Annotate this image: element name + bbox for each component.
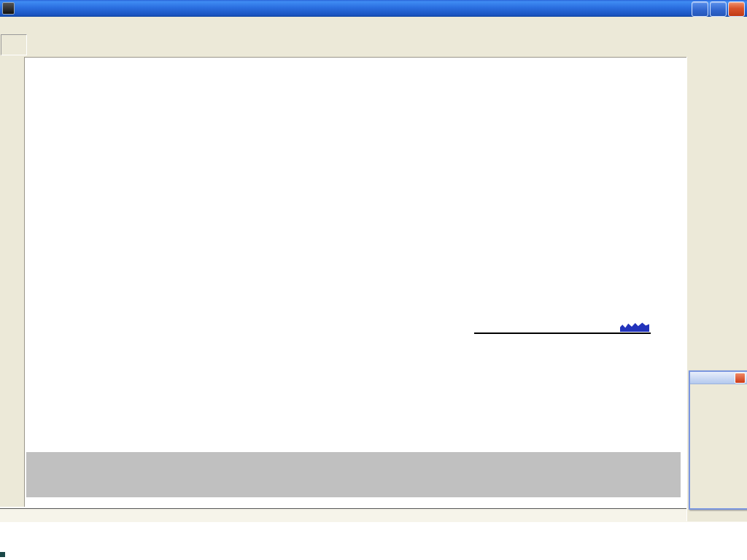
palette-title-bar[interactable]: [690, 372, 747, 384]
palette-grid: [690, 384, 747, 387]
watermark-trial-text: [474, 334, 651, 335]
close-button[interactable]: [728, 1, 745, 17]
left-tool-strip: [0, 57, 25, 507]
restore-button[interactable]: [710, 1, 727, 17]
window-controls: [690, 1, 745, 17]
palette-close-button[interactable]: [735, 373, 746, 384]
shareware-watermark: [474, 319, 651, 335]
app-window: [0, 0, 747, 560]
toolbar: [0, 33, 747, 58]
minimize-button[interactable]: [692, 1, 708, 17]
bottom-tabs: [0, 508, 747, 522]
corner-artifact: [0, 552, 5, 557]
elevation-chart: [24, 131, 686, 372]
floating-toolbar-palette: [689, 370, 747, 510]
gradient-chart: [24, 373, 686, 449]
title-bar: [0, 0, 747, 17]
menu-bar: [0, 17, 747, 34]
watermark-thumbnail: [620, 322, 649, 332]
app-icon: [2, 2, 15, 15]
legend-band: [26, 452, 681, 497]
page-indicator: [1, 34, 27, 55]
